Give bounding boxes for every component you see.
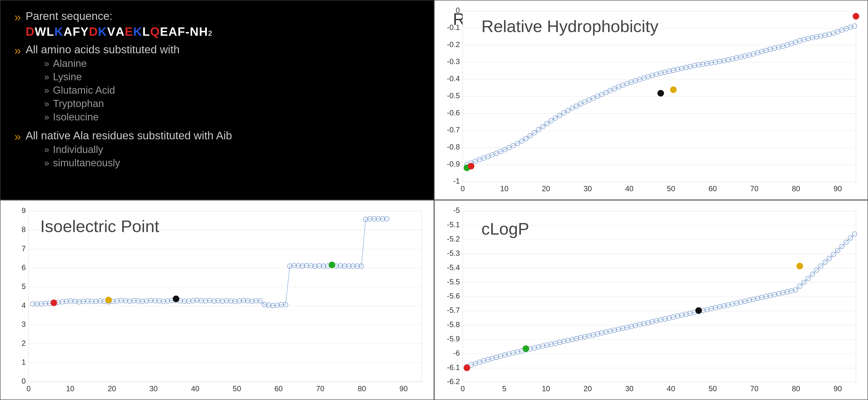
- svg-text:90: 90: [833, 385, 842, 393]
- seq-L2: L: [143, 25, 150, 38]
- sub-bullet-2: »: [44, 72, 49, 82]
- svg-text:9: 9: [22, 206, 26, 215]
- svg-text:20: 20: [542, 185, 550, 193]
- svg-text:90: 90: [833, 185, 842, 193]
- svg-text:-5.9: -5.9: [447, 335, 460, 343]
- sub-bullet-4: »: [44, 99, 49, 109]
- svg-text:-0.6: -0.6: [447, 109, 460, 117]
- iso-black-dot: [173, 296, 179, 302]
- seq-V: V: [107, 25, 116, 38]
- sequence-display: DWLKAFYDKVAEKLQEAF-NH2: [26, 25, 213, 38]
- svg-text:10: 10: [542, 385, 550, 393]
- svg-text:50: 50: [708, 385, 717, 393]
- sub-tryptophan: » Tryptophan: [44, 98, 180, 109]
- clogp-panel: -5 -5.1 -5.2 -5.3 -5.4 -5.5 -5.6 -5.7 -5…: [434, 200, 868, 400]
- hydro-red-dot: [468, 163, 474, 169]
- svg-text:-0.1: -0.1: [447, 23, 460, 32]
- svg-text:20: 20: [583, 385, 592, 393]
- sub-lysine: » Lysine: [44, 71, 180, 82]
- bullet-arrow-2: »: [14, 43, 21, 58]
- svg-text:-0.7: -0.7: [447, 126, 460, 134]
- svg-text:10: 10: [66, 385, 74, 393]
- svg-text:80: 80: [358, 385, 366, 393]
- parent-sequence-line: » Parent sequence: DWLKAFYDKVAEKLQEAF-NH…: [14, 10, 420, 38]
- clogp-black-dot: [695, 307, 702, 314]
- svg-text:0: 0: [22, 377, 26, 385]
- seq-D2: D: [89, 25, 98, 38]
- svg-text:-5.2: -5.2: [447, 235, 460, 243]
- svg-text:80: 80: [792, 385, 800, 393]
- svg-text:-0.8: -0.8: [447, 143, 460, 151]
- seq-D1: D: [26, 25, 35, 38]
- svg-text:4: 4: [22, 301, 26, 309]
- seq-A1: A: [63, 25, 73, 38]
- seq-K2: K: [98, 25, 107, 38]
- sub-bullet-3: »: [44, 85, 49, 96]
- seq-Y: Y: [80, 25, 89, 38]
- svg-text:-5.7: -5.7: [447, 306, 460, 314]
- svg-text:5: 5: [22, 282, 26, 291]
- svg-text:1: 1: [22, 358, 26, 366]
- hydrophobicity-panel: Relative Hydrophobicity 0 -0.1 -0.2 -0.3…: [434, 0, 868, 200]
- svg-text:-6: -6: [453, 349, 460, 357]
- svg-text:-5: -5: [453, 206, 460, 214]
- svg-text:40: 40: [666, 385, 675, 393]
- substitution-list: » Alanine » Lysine » Glutamic Acid » Try…: [44, 58, 180, 123]
- svg-text:-0.2: -0.2: [447, 40, 460, 49]
- sub-bullet-5: »: [44, 112, 49, 122]
- svg-text:60: 60: [274, 385, 283, 393]
- all-substituted-line: » All amino acids substituted with » Ala…: [14, 43, 420, 125]
- svg-text:30: 30: [583, 185, 592, 193]
- seq-A3: A: [168, 25, 178, 38]
- svg-text:-0.5: -0.5: [447, 92, 460, 100]
- svg-text:-5.1: -5.1: [447, 221, 460, 229]
- svg-text:3: 3: [22, 320, 26, 329]
- seq-Q: Q: [150, 25, 160, 38]
- ala-individually: » Individually: [44, 144, 232, 155]
- clogp-yellow-dot: [797, 263, 803, 269]
- bullet-arrow-3: »: [14, 130, 21, 143]
- svg-text:-0.9: -0.9: [447, 160, 460, 168]
- ala-bullet-1: »: [44, 144, 49, 155]
- svg-text:0: 0: [460, 385, 465, 393]
- ala-sub-list: » Individually » simultaneously: [44, 144, 232, 169]
- seq-E2: E: [160, 25, 168, 38]
- svg-text:5: 5: [502, 385, 506, 393]
- svg-text:-5.8: -5.8: [447, 321, 460, 329]
- ala-residues-label: All native Ala residues substituted with…: [26, 129, 232, 142]
- seq-F2: F: [178, 25, 185, 38]
- svg-text:-5.3: -5.3: [447, 249, 460, 258]
- svg-text:-1: -1: [453, 177, 460, 185]
- clogp-chart: -5 -5.1 -5.2 -5.3 -5.4 -5.5 -5.6 -5.7 -5…: [435, 200, 868, 400]
- svg-text:40: 40: [191, 385, 199, 393]
- iso-red-dot: [51, 299, 57, 306]
- svg-text:-6.2: -6.2: [447, 377, 460, 386]
- svg-text:-0.4: -0.4: [447, 74, 460, 83]
- isoelectric-panel: 0 1 2 3 4 5 6 7 8 9 0 10 20 30 40 50 60 …: [0, 200, 434, 400]
- svg-text:cLogP: cLogP: [481, 220, 529, 238]
- svg-rect-126: [29, 211, 422, 382]
- svg-text:7: 7: [22, 244, 26, 253]
- info-panel: » Parent sequence: DWLKAFYDKVAEKLQEAF-NH…: [0, 0, 434, 200]
- ala-bullet-2: »: [44, 158, 49, 168]
- seq-W: W: [35, 25, 46, 38]
- all-substituted-label: All amino acids substituted with: [26, 43, 180, 56]
- svg-text:60: 60: [708, 185, 717, 193]
- svg-text:10: 10: [500, 185, 508, 193]
- svg-text:2: 2: [22, 339, 26, 347]
- svg-text:30: 30: [625, 385, 633, 393]
- seq-E1: E: [125, 25, 133, 38]
- svg-text:-6.1: -6.1: [447, 363, 460, 372]
- seq-K1: K: [54, 25, 63, 38]
- seq-F1: F: [72, 25, 80, 38]
- svg-text:-0.3: -0.3: [447, 58, 460, 66]
- svg-text:Isoelectric Point: Isoelectric Point: [40, 217, 159, 236]
- hydro-black-dot: [657, 90, 664, 96]
- svg-text:70: 70: [750, 185, 758, 193]
- svg-text:-5.4: -5.4: [447, 263, 460, 272]
- svg-text:Relative Hydrophobicity: Relative Hydrophobicity: [481, 17, 658, 36]
- sub-bullet-1: »: [44, 58, 49, 69]
- seq-K3: K: [133, 25, 143, 38]
- svg-text:40: 40: [625, 185, 633, 193]
- svg-text:50: 50: [666, 185, 675, 193]
